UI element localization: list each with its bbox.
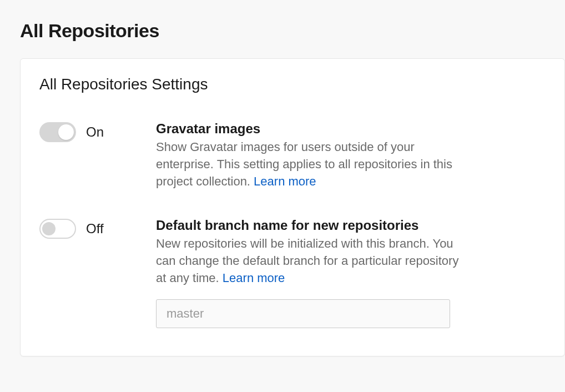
default-branch-toggle-label: Off [86, 221, 104, 237]
setting-content: Default branch name for new repositories… [156, 218, 467, 328]
gravatar-title: Gravatar images [156, 121, 467, 137]
gravatar-learn-more-link[interactable]: Learn more [254, 174, 316, 188]
page-title: All Repositories [20, 20, 565, 42]
gravatar-description: Show Gravatar images for users outside o… [156, 139, 467, 190]
default-branch-toggle[interactable] [39, 219, 76, 239]
gravatar-toggle-label: On [86, 124, 104, 140]
gravatar-toggle[interactable] [39, 122, 76, 142]
toggle-column: Off [39, 218, 156, 239]
default-branch-title: Default branch name for new repositories [156, 218, 467, 233]
toggle-column: On [39, 121, 156, 142]
card-title: All Repositories Settings [39, 76, 546, 93]
default-branch-learn-more-link[interactable]: Learn more [223, 271, 285, 285]
default-branch-description: New repositories will be initialized wit… [156, 235, 467, 287]
setting-content: Gravatar images Show Gravatar images for… [156, 121, 467, 190]
default-branch-description-text: New repositories will be initialized wit… [156, 237, 458, 285]
setting-row-default-branch: Off Default branch name for new reposito… [39, 218, 546, 328]
toggle-knob [42, 222, 56, 235]
toggle-knob [58, 124, 74, 140]
setting-row-gravatar: On Gravatar images Show Gravatar images … [39, 121, 546, 190]
settings-card: All Repositories Settings On Gravatar im… [20, 58, 565, 356]
default-branch-input[interactable] [156, 299, 450, 328]
